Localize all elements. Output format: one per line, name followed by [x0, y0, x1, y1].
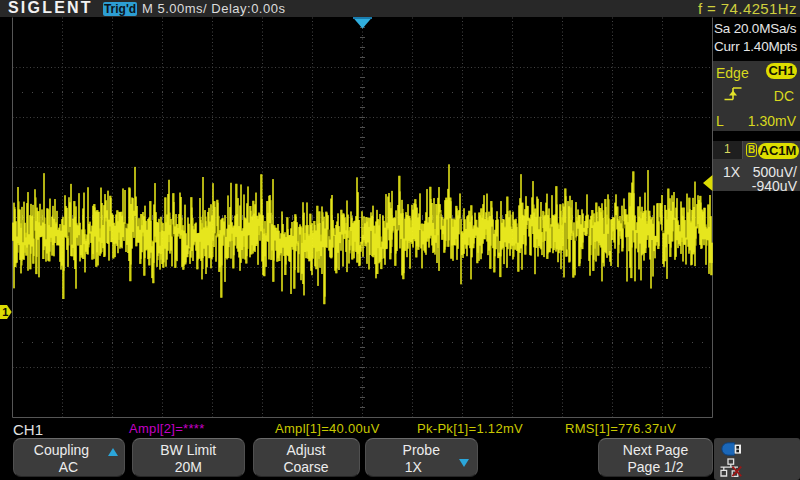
status-icon-panel	[714, 438, 800, 480]
sample-rate-readout: Sa 20.0MSa/s	[714, 21, 796, 36]
down-arrow-icon	[459, 459, 469, 467]
menu-button-adjust-title: Adjust	[254, 442, 359, 458]
menu-button-coupling-value: AC	[14, 459, 124, 476]
memory-depth-readout: Curr 1.40Mpts	[714, 39, 797, 54]
rising-edge-icon	[724, 87, 742, 101]
channel-number-cell: 1	[713, 141, 743, 159]
trigger-type-label: Edge	[716, 65, 749, 81]
lan-disconnected-icon	[719, 458, 744, 478]
measurement-ampl1: Ampl[1]=40.00uV	[275, 421, 380, 436]
oscilloscope-screen: SIGLENT Trig'd M 5.00ms/ Delay:0.00s f =…	[0, 0, 800, 480]
menu-button-nextpage[interactable]: Next Page Page 1/2	[598, 438, 713, 477]
menu-button-bwlimit-title: BW Limit	[133, 442, 245, 458]
probe-attenuation-readout: 1X	[723, 164, 740, 180]
menu-button-adjust[interactable]: Adjust Coarse	[253, 438, 360, 477]
trigger-level-value: 1.30mV	[748, 113, 796, 129]
bandwidth-limit-badge: B	[746, 143, 757, 157]
menu-button-nextpage-title: Next Page	[599, 442, 712, 458]
top-status-bar: SIGLENT Trig'd M 5.00ms/ Delay:0.00s f =…	[0, 0, 800, 17]
trigger-coupling-label: DC	[774, 88, 794, 104]
trigger-status-badge: Trig'd	[103, 2, 137, 16]
menu-button-probe-title: Probe	[366, 442, 478, 458]
channel-coupling-badge: AC1M	[758, 143, 799, 159]
menu-button-probe[interactable]: Probe 1X	[365, 438, 479, 477]
siglent-logo: SIGLENT	[8, 0, 93, 17]
measurement-pkpk: Pk-Pk[1]=1.12mV	[417, 421, 523, 436]
vertical-offset-readout: -940uV	[752, 178, 797, 194]
measurement-ampl2: Ampl[2]=****	[129, 421, 205, 436]
trigger-level-marker	[703, 175, 713, 191]
svg-text:1: 1	[2, 306, 8, 318]
menu-button-coupling[interactable]: Coupling AC	[13, 438, 125, 477]
channel-info-panel[interactable]: 1 B AC1M 1X 500uV/ -940uV	[713, 141, 800, 191]
trigger-position-marker	[353, 18, 372, 29]
up-arrow-icon	[108, 448, 118, 456]
trigger-source-badge: CH1	[766, 63, 797, 79]
measure-channel-label: CH1	[13, 421, 43, 438]
menu-button-bwlimit[interactable]: BW Limit 20M	[132, 438, 246, 477]
trigger-info-panel[interactable]: Edge CH1 DC L 1.30mV	[713, 61, 800, 131]
waveform-display: 1	[0, 17, 713, 420]
menu-button-adjust-value: Coarse	[254, 459, 359, 476]
menu-button-nextpage-value: Page 1/2	[599, 459, 712, 476]
measurement-rms: RMS[1]=776.37uV	[565, 421, 676, 436]
trigger-level-letter: L	[716, 113, 724, 129]
usb-icon	[721, 442, 742, 457]
timebase-readout: M 5.00ms/ Delay:0.00s	[142, 1, 285, 17]
menu-button-bwlimit-value: 20M	[133, 459, 245, 476]
frequency-counter: f = 74.4251Hz	[698, 0, 797, 17]
